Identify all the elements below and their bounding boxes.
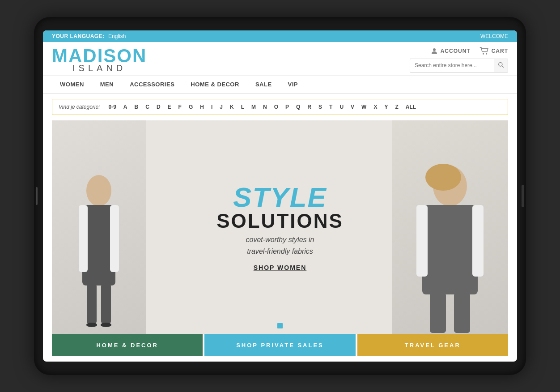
account-icon bbox=[430, 47, 438, 55]
search-button[interactable] bbox=[494, 59, 508, 72]
tablet-side-button-left bbox=[36, 187, 38, 205]
logo-line2: ISLAND bbox=[52, 64, 147, 72]
filter-s[interactable]: S bbox=[316, 103, 324, 111]
bottom-cat-home-decor[interactable]: HOME & DECOR bbox=[52, 334, 203, 356]
model-left-silhouette bbox=[52, 120, 146, 334]
search-input[interactable] bbox=[410, 60, 494, 71]
cart-button[interactable]: CART bbox=[479, 47, 508, 55]
svg-point-14 bbox=[425, 164, 461, 191]
lang-value: English bbox=[108, 33, 126, 39]
lang-label: YOUR LANGUAGE: bbox=[52, 33, 105, 39]
svg-point-1 bbox=[483, 53, 484, 54]
filter-x[interactable]: X bbox=[371, 103, 379, 111]
nav-women[interactable]: WOMEN bbox=[52, 76, 92, 93]
nav-sale[interactable]: SALE bbox=[247, 76, 280, 93]
private-sales-label: SHOP PRIVATE SALES bbox=[236, 342, 324, 349]
svg-rect-7 bbox=[79, 205, 88, 272]
account-label: ACCOUNT bbox=[441, 48, 471, 54]
filter-w[interactable]: W bbox=[359, 103, 369, 111]
svg-rect-8 bbox=[110, 205, 119, 272]
carousel-dot-1[interactable] bbox=[277, 323, 283, 328]
hero-style: STYLE bbox=[216, 183, 344, 211]
svg-rect-19 bbox=[454, 293, 470, 333]
account-button[interactable]: ACCOUNT bbox=[430, 47, 471, 55]
svg-point-0 bbox=[433, 48, 436, 51]
filter-t[interactable]: T bbox=[327, 103, 335, 111]
svg-line-4 bbox=[502, 66, 504, 68]
filter-z[interactable]: Z bbox=[393, 103, 400, 111]
header: MADISON ISLAND ACCOUNT bbox=[43, 42, 517, 76]
hero-banner: STYLE SOLUTIONS covet-worthy styles in t… bbox=[52, 120, 508, 334]
filter-i[interactable]: I bbox=[209, 103, 215, 111]
top-bar: YOUR LANGUAGE: English WELCOME bbox=[43, 30, 517, 42]
logo[interactable]: MADISON ISLAND bbox=[52, 47, 147, 72]
filter-label: Vind je categorie: bbox=[59, 104, 100, 110]
search-bar[interactable] bbox=[410, 59, 508, 72]
svg-point-5 bbox=[86, 175, 111, 206]
svg-point-12 bbox=[101, 323, 111, 327]
svg-rect-9 bbox=[87, 284, 97, 324]
model-right-silhouette bbox=[392, 120, 508, 334]
hero-solutions: SOLUTIONS bbox=[216, 211, 344, 230]
filter-m[interactable]: M bbox=[249, 103, 258, 111]
filter-p[interactable]: P bbox=[283, 103, 291, 111]
filter-0-9[interactable]: 0-9 bbox=[106, 103, 119, 111]
hero-shop-button[interactable]: SHOP WOMEN bbox=[254, 264, 307, 271]
filter-l[interactable]: L bbox=[239, 103, 246, 111]
svg-rect-16 bbox=[416, 205, 428, 277]
filter-r[interactable]: R bbox=[305, 103, 314, 111]
hero-sub-line1: covet-worthy styles in bbox=[216, 234, 344, 245]
filter-b[interactable]: B bbox=[132, 103, 141, 111]
filter-f[interactable]: F bbox=[176, 103, 184, 111]
svg-rect-10 bbox=[101, 284, 111, 324]
bottom-categories: HOME & DECOR SHOP PRIVATE SALES TRAVEL G… bbox=[52, 334, 508, 356]
main-navigation: WOMEN MEN ACCESSORIES HOME & DECOR SALE … bbox=[43, 76, 517, 94]
travel-gear-label: TRAVEL GEAR bbox=[405, 342, 461, 349]
welcome-text: WELCOME bbox=[480, 33, 508, 39]
filter-y[interactable]: Y bbox=[382, 103, 390, 111]
nav-accessories[interactable]: ACCESSORIES bbox=[122, 76, 182, 93]
nav-home-decor[interactable]: HOME & DECOR bbox=[182, 76, 247, 93]
search-icon bbox=[498, 62, 504, 68]
svg-rect-18 bbox=[430, 293, 446, 333]
svg-point-11 bbox=[86, 323, 97, 327]
svg-point-2 bbox=[486, 53, 487, 54]
filter-j[interactable]: J bbox=[217, 103, 225, 111]
svg-point-3 bbox=[499, 62, 502, 66]
svg-rect-17 bbox=[472, 205, 484, 277]
filter-u[interactable]: U bbox=[337, 103, 346, 111]
home-decor-label: HOME & DECOR bbox=[96, 342, 158, 349]
filter-all[interactable]: ALL bbox=[403, 103, 418, 111]
filter-a[interactable]: A bbox=[121, 103, 130, 111]
filter-v[interactable]: V bbox=[348, 103, 356, 111]
category-filter: Vind je categorie: 0-9 A B C D E F G H I… bbox=[52, 99, 508, 115]
filter-n[interactable]: N bbox=[261, 103, 269, 111]
bottom-cat-travel-gear[interactable]: TRAVEL GEAR bbox=[357, 334, 508, 356]
filter-o[interactable]: O bbox=[272, 103, 280, 111]
tablet-side-button-right bbox=[522, 185, 524, 207]
filter-g[interactable]: G bbox=[187, 103, 195, 111]
carousel-dots bbox=[277, 323, 283, 328]
hero-sub-line2: travel-friendly fabrics bbox=[216, 246, 344, 256]
logo-line1: MADISON bbox=[52, 47, 147, 65]
filter-h[interactable]: H bbox=[198, 103, 206, 111]
svg-rect-15 bbox=[422, 205, 478, 294]
cart-icon bbox=[479, 47, 489, 55]
nav-men[interactable]: MEN bbox=[92, 76, 122, 93]
filter-c[interactable]: C bbox=[143, 103, 152, 111]
cart-label: CART bbox=[492, 48, 508, 54]
header-right: ACCOUNT CART bbox=[410, 47, 508, 72]
filter-e[interactable]: E bbox=[165, 103, 174, 111]
filter-q[interactable]: Q bbox=[294, 103, 302, 111]
bottom-cat-private-sales[interactable]: SHOP PRIVATE SALES bbox=[204, 334, 355, 356]
filter-d[interactable]: D bbox=[154, 103, 163, 111]
header-actions: ACCOUNT CART bbox=[430, 47, 508, 55]
language-selector[interactable]: YOUR LANGUAGE: English bbox=[52, 33, 126, 39]
nav-vip[interactable]: VIP bbox=[280, 76, 306, 93]
hero-text-block: STYLE SOLUTIONS covet-worthy styles in t… bbox=[216, 183, 344, 271]
tablet-screen: YOUR LANGUAGE: English WELCOME MADISON I… bbox=[43, 30, 517, 362]
filter-k[interactable]: K bbox=[228, 103, 236, 111]
